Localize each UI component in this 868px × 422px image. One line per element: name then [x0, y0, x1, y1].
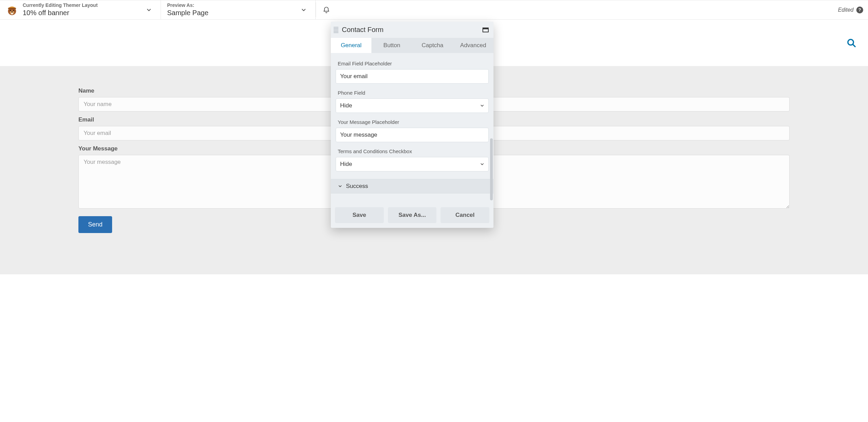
success-accordion[interactable]: Success	[331, 179, 493, 193]
panel-tabs: General Button Captcha Advanced	[331, 38, 493, 53]
editing-title: 10% off banner	[23, 8, 98, 17]
send-button[interactable]: Send	[78, 216, 112, 233]
message-placeholder-input[interactable]	[336, 128, 489, 142]
panel-footer: Save Save As... Cancel	[331, 204, 493, 228]
phone-field-label: Phone Field	[338, 90, 487, 96]
success-accordion-label: Success	[346, 183, 368, 190]
preview-as-info: Preview As: Sample Page	[167, 2, 208, 17]
panel-header: Contact Form	[331, 22, 493, 38]
terms-checkbox-label: Terms and Conditions Checkbox	[338, 148, 487, 154]
success-section-peek	[336, 199, 489, 204]
edit-status: Edited	[838, 7, 854, 13]
editing-layout-switcher[interactable]: Currently Editing Themer Layout 10% off …	[0, 0, 161, 19]
svg-line-8	[853, 44, 855, 46]
editing-layout-info: Currently Editing Themer Layout 10% off …	[23, 2, 98, 17]
save-button[interactable]: Save	[335, 207, 384, 223]
email-placeholder-input[interactable]	[336, 69, 489, 84]
svg-rect-2	[11, 13, 13, 14]
module-settings-panel: Contact Form General Button Captcha Adva…	[331, 22, 493, 228]
preview-as-dropdown[interactable]	[298, 4, 309, 15]
terms-checkbox-select[interactable]: Hide	[336, 157, 489, 171]
notifications-cell	[316, 0, 337, 19]
editing-layout-dropdown[interactable]	[143, 4, 154, 15]
search-icon	[847, 38, 856, 48]
preview-title: Sample Page	[167, 8, 208, 17]
email-placeholder-label: Email Field Placeholder	[338, 61, 487, 66]
bell-icon	[323, 6, 330, 14]
top-bar: Currently Editing Themer Layout 10% off …	[0, 0, 868, 20]
save-as-button[interactable]: Save As...	[388, 207, 437, 223]
editing-eyebrow: Currently Editing Themer Layout	[23, 2, 98, 8]
preview-as-switcher[interactable]: Preview As: Sample Page	[161, 0, 316, 19]
chevron-down-icon	[301, 7, 307, 13]
svg-point-5	[11, 11, 13, 12]
message-placeholder-label: Your Message Placeholder	[338, 119, 487, 125]
preview-eyebrow: Preview As:	[167, 2, 208, 8]
notifications-button[interactable]	[322, 4, 330, 15]
tab-advanced[interactable]: Advanced	[453, 38, 493, 53]
topbar-status-area: Edited ?	[337, 0, 868, 19]
drag-handle-icon[interactable]	[334, 27, 338, 33]
tab-captcha[interactable]: Captcha	[412, 38, 453, 53]
tab-button[interactable]: Button	[371, 38, 412, 53]
window-icon[interactable]	[482, 28, 489, 32]
phone-field-select[interactable]: Hide	[336, 98, 489, 113]
panel-body: Email Field Placeholder Phone Field Hide…	[331, 53, 493, 204]
svg-point-4	[13, 10, 14, 11]
help-icon[interactable]: ?	[856, 7, 863, 13]
cancel-button[interactable]: Cancel	[441, 207, 489, 223]
panel-title: Contact Form	[342, 26, 482, 34]
search-button[interactable]	[847, 37, 859, 49]
chevron-down-icon	[338, 184, 343, 189]
chevron-down-icon	[146, 7, 152, 13]
svg-point-3	[10, 10, 11, 11]
beaver-logo-icon	[6, 4, 18, 16]
tab-general[interactable]: General	[331, 38, 371, 53]
svg-rect-6	[8, 8, 16, 9]
scrollbar-thumb[interactable]	[490, 138, 493, 200]
